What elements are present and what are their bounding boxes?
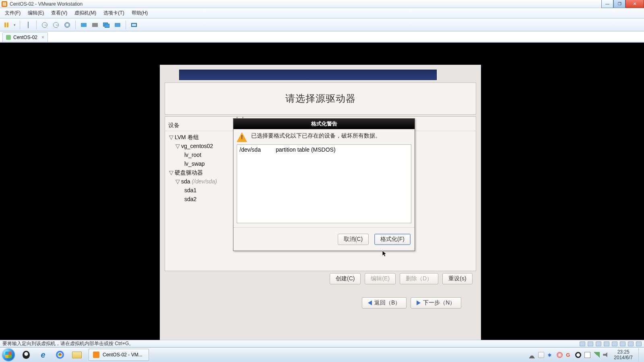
window-titlebar: CentOS-02 - VMware Workstation — ❐ ✕	[0, 0, 644, 8]
windows-orb-icon	[2, 348, 15, 361]
menu-tabs[interactable]: 选项卡(T)	[101, 9, 126, 17]
device-icon[interactable]	[604, 341, 609, 346]
vm-tab[interactable]: CentOS-02 ×	[2, 32, 48, 42]
partition-buttons: 创建(C) 编辑(E) 删除（D） 重设(s)	[330, 273, 473, 284]
device-icon[interactable]	[588, 341, 593, 346]
device-icon[interactable]	[628, 341, 634, 346]
vm-tab-icon	[6, 35, 11, 40]
device-icon[interactable]	[636, 341, 642, 346]
tray-bluetooth-icon[interactable]: ∗	[547, 352, 553, 358]
tray-qq-icon[interactable]	[575, 352, 581, 358]
multimon-icon[interactable]	[102, 21, 110, 29]
reset-button[interactable]: 重设(s)	[442, 273, 472, 284]
revert-icon[interactable]	[41, 21, 49, 29]
dialog-buttons: 取消(C) 格式化(F)	[233, 227, 415, 251]
tab-bar: CentOS-02 ×	[0, 31, 644, 43]
unity-icon[interactable]	[114, 21, 122, 29]
statusbar-device-icons	[580, 341, 642, 346]
manage-icon[interactable]	[63, 21, 71, 29]
menu-edit[interactable]: 编辑(E)	[25, 9, 46, 17]
menu-view[interactable]: 查看(V)	[49, 9, 70, 17]
console-view-icon[interactable]	[80, 21, 88, 29]
device-icon[interactable]	[620, 341, 625, 346]
toolbar-separator	[20, 21, 20, 29]
statusbar: 要将输入定向到该虚拟机，请在虚拟机内部单击或按 Ctrl+G。	[0, 340, 644, 347]
pinned-chrome-icon[interactable]	[52, 349, 68, 361]
clock-time: 23:25	[614, 349, 633, 355]
clock-date: 2014/6/7	[614, 355, 633, 360]
menu-vm[interactable]: 虚拟机(M)	[72, 9, 99, 17]
tray-network-icon[interactable]	[584, 352, 590, 358]
pinned-explorer-icon[interactable]	[69, 349, 85, 361]
back-button[interactable]: 返回（B）	[362, 297, 407, 309]
single-window-icon[interactable]	[91, 21, 99, 29]
windows-taskbar: CentOS-02 - VM... ∗ G 23:25 2014/6/7	[0, 347, 644, 362]
tray-action-center-icon[interactable]	[538, 352, 544, 358]
pause-icon[interactable]	[2, 21, 10, 29]
list-item: /dev/sda partition table (MSDOS)	[239, 146, 409, 153]
toolbar-separator	[126, 21, 126, 29]
vm-tab-label: CentOS-02	[13, 35, 37, 40]
tray-app-icon[interactable]: G	[566, 352, 572, 358]
menu-bar: 文件(F) 编辑(E) 查看(V) 虚拟机(M) 选项卡(T) 帮助(H)	[0, 8, 644, 19]
installer-header-bar	[179, 70, 437, 80]
fullscreen-icon[interactable]	[130, 21, 138, 29]
col-device: 设备	[168, 122, 224, 129]
nav-buttons: 返回（B） 下一步（N）	[362, 297, 461, 309]
status-hint: 要将输入定向到该虚拟机，请在虚拟机内部单击或按 Ctrl+G。	[2, 340, 134, 347]
minimize-button[interactable]: —	[601, 0, 613, 8]
tray-volume-icon[interactable]	[603, 352, 609, 358]
installer-heading-panel: 请选择源驱动器	[165, 82, 476, 115]
window-title: CentOS-02 - VMware Workstation	[10, 1, 83, 7]
warning-icon	[237, 132, 247, 142]
device-icon[interactable]	[580, 341, 585, 346]
installer-heading: 请选择源驱动器	[285, 92, 356, 105]
start-button[interactable]	[0, 348, 17, 362]
toolbar-separator	[36, 21, 37, 29]
window-controls: — ❐ ✕	[601, 0, 644, 8]
pinned-qq-icon[interactable]	[19, 349, 34, 361]
show-desktop-button[interactable]	[638, 348, 642, 361]
taskbar-app-label: CentOS-02 - VM...	[103, 352, 142, 358]
create-button[interactable]: 创建(C)	[330, 273, 361, 284]
toolbar: ▾	[0, 19, 644, 31]
tray-security-icon[interactable]	[557, 352, 563, 358]
device-icon[interactable]	[596, 341, 601, 346]
taskbar-app-button[interactable]: CentOS-02 - VM...	[89, 349, 149, 361]
edit-button: 编辑(E)	[365, 273, 396, 284]
cancel-button[interactable]: 取消(C)	[338, 234, 369, 245]
taskbar-clock[interactable]: 23:25 2014/6/7	[612, 349, 634, 361]
close-tab-icon[interactable]: ×	[41, 35, 44, 40]
dialog-device-list: /dev/sda partition table (MSDOS)	[237, 144, 411, 223]
tray-icons: ∗ G	[529, 351, 609, 358]
menu-help[interactable]: 帮助(H)	[129, 9, 151, 17]
toolbar-separator	[75, 21, 76, 29]
system-tray: ∗ G 23:25 2014/6/7	[527, 348, 644, 361]
clock-icon[interactable]	[52, 21, 60, 29]
tray-wifi-icon[interactable]	[594, 352, 600, 358]
format-button[interactable]: 格式化(F)	[374, 234, 411, 245]
vmware-task-icon	[93, 352, 99, 358]
dialog-title: 格式化警告	[233, 119, 415, 129]
maximize-button[interactable]: ❐	[613, 0, 625, 8]
format-warning-dialog: 格式化警告 已选择要格式化以下已存在的设备，破坏所有数据。 /dev/sda p…	[233, 118, 415, 251]
vmware-app-icon	[2, 1, 7, 7]
dialog-message: 已选择要格式化以下已存在的设备，破坏所有数据。	[251, 132, 381, 140]
next-button[interactable]: 下一步（N）	[411, 297, 461, 309]
pinned-apps	[19, 349, 85, 361]
close-button[interactable]: ✕	[625, 0, 644, 8]
menu-file[interactable]: 文件(F)	[2, 9, 23, 17]
snapshot-icon[interactable]	[24, 21, 32, 29]
tray-overflow-icon[interactable]	[529, 352, 535, 358]
device-icon[interactable]	[612, 341, 617, 346]
pinned-ie-icon[interactable]	[35, 349, 51, 361]
delete-button: 删除（D）	[400, 273, 438, 284]
